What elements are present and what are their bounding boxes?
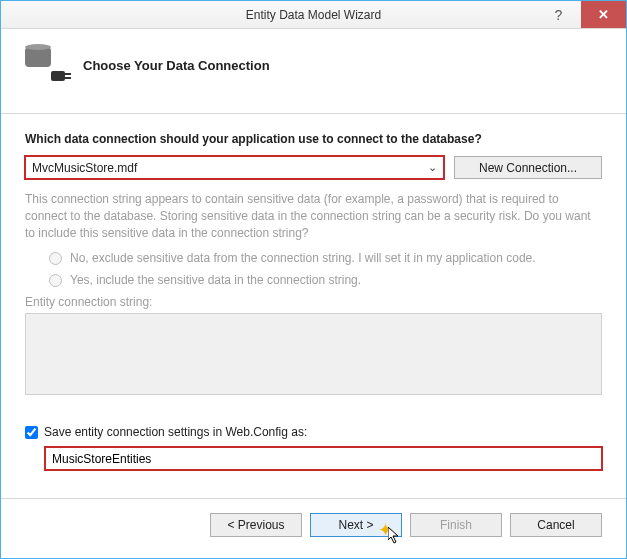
finish-button: Finish bbox=[410, 513, 502, 537]
previous-button[interactable]: < Previous bbox=[210, 513, 302, 537]
config-name-wrapper bbox=[25, 447, 602, 470]
wizard-footer: < Previous Next > Finish Cancel bbox=[1, 499, 626, 551]
data-connection-value: MvcMusicStore.mdf bbox=[32, 161, 137, 175]
radio-exclude-sensitive: No, exclude sensitive data from the conn… bbox=[25, 251, 602, 265]
radio-include-sensitive: Yes, include the sensitive data in the c… bbox=[25, 273, 602, 287]
next-button[interactable]: Next > bbox=[310, 513, 402, 537]
new-connection-button[interactable]: New Connection... bbox=[454, 156, 602, 179]
save-settings-checkbox[interactable] bbox=[25, 426, 38, 439]
cancel-button[interactable]: Cancel bbox=[510, 513, 602, 537]
header-subtitle: Choose Your Data Connection bbox=[83, 58, 270, 73]
help-button[interactable]: ? bbox=[536, 1, 581, 28]
radio-exclude-label: No, exclude sensitive data from the conn… bbox=[70, 251, 536, 265]
radio-include-label: Yes, include the sensitive data in the c… bbox=[70, 273, 361, 287]
window-title: Entity Data Model Wizard bbox=[1, 8, 626, 22]
wizard-content: Which data connection should your applic… bbox=[1, 114, 626, 470]
entity-connection-string-label: Entity connection string: bbox=[25, 295, 602, 309]
save-settings-label: Save entity connection settings in Web.C… bbox=[44, 425, 307, 439]
save-settings-row: Save entity connection settings in Web.C… bbox=[25, 425, 602, 439]
sensitive-data-info: This connection string appears to contai… bbox=[25, 191, 602, 241]
database-connection-icon bbox=[25, 47, 65, 83]
radio-icon bbox=[49, 274, 62, 287]
window-buttons: ? ✕ bbox=[536, 1, 626, 28]
chevron-down-icon: ⌄ bbox=[428, 161, 437, 174]
entity-connection-string-textarea bbox=[25, 313, 602, 395]
connection-row: MvcMusicStore.mdf ⌄ New Connection... bbox=[25, 156, 602, 179]
titlebar: Entity Data Model Wizard ? ✕ bbox=[1, 1, 626, 29]
wizard-header: Choose Your Data Connection bbox=[1, 29, 626, 114]
data-connection-dropdown[interactable]: MvcMusicStore.mdf ⌄ bbox=[25, 156, 444, 179]
radio-icon bbox=[49, 252, 62, 265]
question-label: Which data connection should your applic… bbox=[25, 132, 602, 146]
close-button[interactable]: ✕ bbox=[581, 1, 626, 28]
config-name-input[interactable] bbox=[45, 447, 602, 470]
